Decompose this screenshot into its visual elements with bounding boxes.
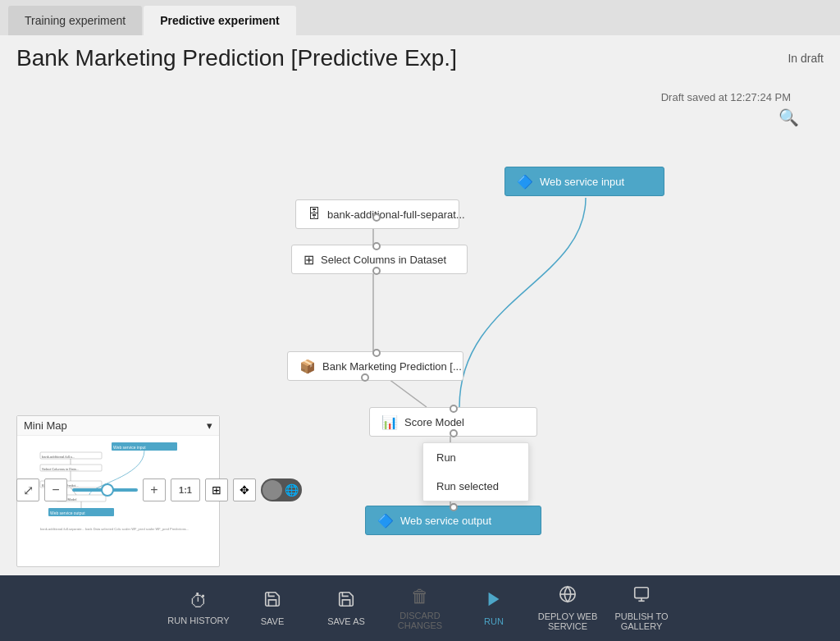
mini-map-header: Mini Map ▾	[17, 416, 219, 436]
web-service-input-node[interactable]: 🔷 Web service input	[504, 167, 664, 196]
run-dropdown-run[interactable]: Run	[423, 443, 528, 472]
draft-status: In draft	[788, 52, 824, 65]
svg-rect-24	[635, 588, 649, 598]
bank-prediction-out-port1	[361, 373, 369, 382]
discard-icon: 🗑	[411, 586, 429, 607]
svg-line-2	[386, 377, 427, 407]
select-columns-in-port	[372, 242, 381, 250]
bank-prediction-icon: 📦	[299, 359, 316, 374]
draft-saved-text: Draft saved at 12:27:24 PM	[661, 91, 791, 103]
run-history-button[interactable]: ⏱ RUN HISTORY	[162, 575, 235, 641]
score-model-icon: 📊	[381, 414, 398, 430]
tabs-bar: Training experiment Predictive experimen…	[0, 0, 840, 35]
run-history-icon: ⏱	[189, 591, 208, 612]
toggle-knob	[262, 480, 282, 500]
save-as-icon	[337, 590, 355, 613]
discard-changes-button[interactable]: 🗑 DISCARD CHANGES	[383, 575, 457, 641]
mini-map-collapse-icon[interactable]: ▾	[207, 419, 212, 432]
tab-predictive[interactable]: Predictive experiment	[144, 6, 296, 35]
pan-btn[interactable]: ✥	[233, 478, 256, 501]
score-model-out-port	[450, 429, 458, 437]
select-columns-icon: ⊞	[304, 252, 314, 268]
fit-nodes-btn[interactable]: ⊞	[205, 478, 228, 501]
publish-to-gallery-button[interactable]: PUBLISH TO GALLERY	[605, 575, 678, 641]
run-dropdown-run-selected[interactable]: Run selected	[423, 472, 528, 501]
layout-toggle[interactable]: 🌐	[261, 478, 302, 501]
zoom-in-btn[interactable]: +	[143, 478, 166, 501]
save-button[interactable]: SAVE	[235, 575, 309, 641]
bottom-toolbar: ⏱ RUN HISTORY SAVE SAVE AS 🗑 DISCARD CHA…	[0, 575, 840, 641]
zoom-slider[interactable]	[72, 488, 138, 492]
bank-prediction-in-port	[372, 349, 381, 357]
zoom-slider-thumb	[101, 483, 114, 497]
deploy-web-service-button[interactable]: DEPLOY WEB SERVICE	[531, 575, 605, 641]
deploy-icon	[559, 585, 577, 608]
run-button[interactable]: RUN	[457, 575, 531, 641]
globe-icon: 🌐	[285, 483, 299, 497]
tab-training[interactable]: Training experiment	[8, 6, 142, 35]
run-icon	[485, 590, 503, 613]
score-model-in-port	[450, 405, 458, 413]
fit-to-window-btn[interactable]: ⤢	[16, 478, 39, 501]
save-as-button[interactable]: SAVE AS	[309, 575, 383, 641]
zoom-reset-btn[interactable]: 1:1	[171, 478, 200, 501]
svg-text:Web service output: Web service output	[50, 511, 85, 515]
zoom-out-btn[interactable]: −	[44, 478, 67, 501]
zoom-controls: ⤢ − + 1:1 ⊞ ✥ 🌐	[16, 478, 302, 501]
web-service-output-icon: 🔷	[377, 513, 394, 529]
svg-text:bank-additional-full-s...: bank-additional-full-s...	[42, 455, 75, 459]
select-columns-out-port	[372, 267, 381, 275]
save-icon	[263, 590, 281, 613]
svg-text:bank-additional-full-separate.: bank-additional-full-separate... bank Da…	[40, 527, 189, 531]
page-header: Bank Marketing Prediction [Predictive Ex…	[0, 35, 840, 75]
web-service-output-in-port	[450, 503, 458, 511]
svg-marker-21	[489, 593, 500, 607]
run-dropdown: Run Run selected	[422, 442, 529, 501]
bank-dataset-icon: 🗄	[308, 207, 321, 222]
publish-icon	[632, 585, 651, 608]
main-area: Bank Marketing Prediction [Predictive Ex…	[0, 35, 840, 575]
page-title: Bank Marketing Prediction [Predictive Ex…	[16, 45, 457, 71]
bank-dataset-out-port	[372, 213, 381, 222]
svg-text:Select Columns in Data...: Select Columns in Data...	[42, 467, 79, 471]
web-service-input-icon: 🔷	[517, 174, 533, 190]
svg-text:Web service input: Web service input	[113, 445, 146, 450]
